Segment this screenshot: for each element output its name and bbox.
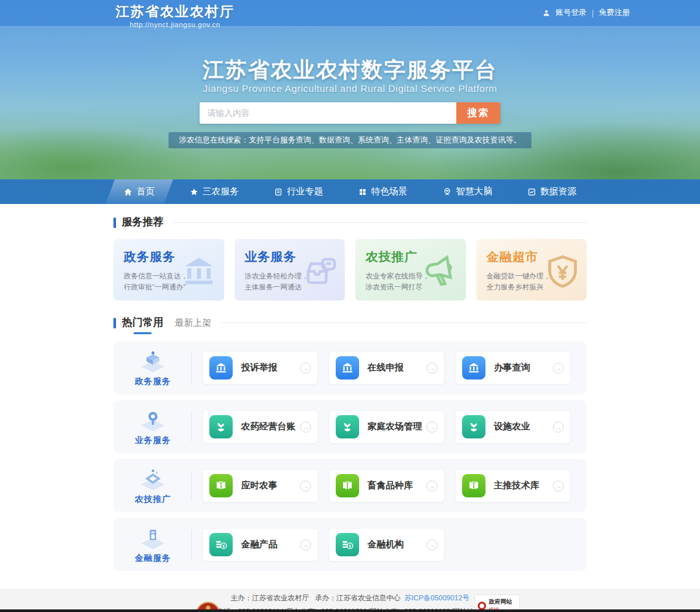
user-icon (542, 9, 550, 17)
service-card-financial-institutions[interactable]: 金融机构 → (329, 528, 445, 561)
topbar: 江苏省农业农村厅 http://nynct.jiangsu.gov.cn 账号登… (0, 0, 700, 26)
platform-subtitle: Jiangsu Province Agricultural and Rural … (0, 83, 700, 94)
tab-hot-common[interactable]: 热门常用 (122, 316, 163, 330)
main-content: 服务推荐 政务服务 政务信息一站直达， 行政审批“一网通办” 业务服务 (113, 204, 587, 571)
login-link[interactable]: 账号登录 (555, 7, 587, 18)
arrow-icon: → (553, 481, 564, 492)
service-card-label: 主推技术库 (494, 480, 539, 492)
service-card-label: 农药经营台账 (241, 421, 296, 433)
tab-newly-added[interactable]: 最新上架 (175, 317, 211, 329)
account-area: 账号登录 | 免费注册 (542, 7, 630, 18)
divider (191, 353, 192, 383)
footer: 主办：江苏省农业农村厅 承办：江苏省农业信息中心 苏ICP备05009012号 … (0, 589, 700, 612)
service-row-finance: 金融服务 金融产品 → 金融机构 → (113, 518, 587, 571)
search-hint: 涉农信息在线搜索：支持平台服务查询、数据查询、系统查询、主体查询、证照查询及农技… (169, 132, 531, 148)
recommend-card-gov-services[interactable]: 政务服务 政务信息一站直达， 行政审批“一网通办” (113, 239, 224, 300)
service-card-label: 家庭农场管理 (368, 421, 422, 433)
section-divider (174, 222, 587, 223)
service-card-label: 设施农业 (494, 421, 530, 433)
nav-label: 智慧大脑 (456, 186, 493, 198)
arrow-icon: → (426, 539, 438, 550)
bank-icon (179, 253, 219, 292)
service-card-pesticide-ledger[interactable]: 农药经营台账 → (202, 410, 318, 444)
arrow-icon: → (300, 481, 311, 492)
service-card-label: 畜禽品种库 (368, 480, 413, 492)
category-block: 金融服务 (119, 526, 187, 564)
nav-item-home[interactable]: 首页 (106, 179, 172, 204)
platform-title: 江苏省农业农村数字服务平台 (0, 56, 700, 85)
booklet-icon (274, 188, 283, 196)
book-icon (462, 474, 485, 497)
service-card-label: 应时农事 (241, 480, 277, 492)
category-block: 政务服务 (119, 349, 187, 387)
nav-label: 首页 (137, 186, 155, 198)
nav-item-industry-topics[interactable]: 行业专题 (257, 179, 341, 204)
service-card-label: 投诉举报 (241, 362, 277, 374)
search-bar: 搜索 (200, 102, 500, 124)
service-card-online-declaration[interactable]: 在线申报 → (329, 351, 445, 385)
hero-banner: 江苏省农业农村厅 http://nynct.jiangsu.gov.cn 账号登… (0, 0, 700, 204)
bank-icon (209, 356, 233, 380)
section-title: 服务推荐 (122, 216, 163, 229)
service-row-business: 业务服务 农药经营台账 → 家庭农场管理 → (113, 400, 587, 453)
recommend-card-agritech-promotion[interactable]: 农技推广 农业专家在线指导， 涉农资讯一网打尽 (355, 239, 466, 300)
search-button[interactable]: 搜索 (456, 102, 500, 124)
home-icon (124, 188, 132, 196)
nav-label: 三农服务 (203, 186, 239, 198)
nav-item-smart-brain[interactable]: 智慧大脑 (425, 179, 510, 204)
section-accent-bar (113, 318, 116, 328)
arrow-icon: → (300, 363, 311, 374)
page: 江苏省农业农村厅 http://nynct.jiangsu.gov.cn 账号登… (0, 0, 700, 612)
sprout-icon (336, 415, 359, 438)
arrow-icon: → (300, 422, 311, 433)
book-icon (209, 474, 233, 497)
register-link[interactable]: 免费注册 (599, 7, 630, 18)
inbox-icon (301, 253, 340, 292)
service-card-complaint-report[interactable]: 投诉举报 → (202, 351, 318, 385)
service-card-family-farm[interactable]: 家庭农场管理 → (329, 410, 445, 444)
nav-item-sannong-services[interactable]: 三农服务 (172, 179, 257, 204)
finance-icon (209, 533, 233, 556)
divider (191, 471, 192, 501)
search-input[interactable] (200, 102, 456, 124)
recommend-card-business-services[interactable]: 业务服务 涉农业务轻松办理， 主体服务一网通达 (235, 239, 345, 300)
gov-badge-icon (478, 602, 486, 610)
footer-line1: 主办：江苏省农业农村厅 承办：江苏省农业信息中心 苏ICP备05009012号 (0, 593, 700, 603)
footer-organizer: 承办：江苏省农业信息中心 (315, 594, 401, 602)
category-3d-icon (137, 349, 169, 375)
megaphone-icon (421, 253, 461, 293)
service-card-affairs-inquiry[interactable]: 办事查询 → (455, 351, 571, 385)
hot-section: 热门常用 最新上架 政务服务 投诉举报 → (113, 316, 587, 571)
category-block: 农技推广 (119, 467, 187, 505)
service-row-agritech: 农技推广 应时农事 → 畜禽品种库 → (113, 459, 587, 512)
sprout-icon (209, 415, 233, 438)
service-row-gov: 政务服务 投诉举报 → 在线申报 → (113, 341, 587, 394)
brain-icon (443, 187, 452, 196)
nav-item-featured-scenes[interactable]: 特色场景 (341, 179, 425, 204)
service-card-label: 办事查询 (494, 362, 530, 374)
nav-label: 特色场景 (371, 186, 408, 198)
nav-label: 数据资源 (541, 186, 577, 198)
service-card-seasonal-farming[interactable]: 应时农事 → (202, 469, 318, 503)
icp-link[interactable]: 苏ICP备05009012号 (404, 594, 469, 602)
service-card-livestock-breed-db[interactable]: 畜禽品种库 → (329, 469, 445, 503)
site-logo-title: 江苏省农业农村厅 (115, 3, 235, 21)
nav-label: 行业专题 (287, 186, 323, 198)
main-navigation: 首页 三农服务 行业专题 特色场景 智慧大脑 数据资源 (0, 179, 700, 204)
service-card-facility-agriculture[interactable]: 设施农业 → (455, 410, 571, 444)
topbar-separator: | (592, 8, 594, 17)
arrow-icon: → (426, 363, 438, 374)
finance-icon (336, 533, 359, 556)
site-logo: 江苏省农业农村厅 http://nynct.jiangsu.gov.cn (115, 3, 235, 28)
nav-item-data-resources[interactable]: 数据资源 (510, 179, 594, 204)
service-card-label: 金融产品 (241, 539, 277, 550)
recommend-card-finance-market[interactable]: 金融超市 金融贷款一键办理， 全力服务乡村振兴 (476, 239, 587, 300)
service-card-main-tech-db[interactable]: 主推技术库 → (455, 469, 571, 503)
arrow-icon: → (426, 422, 438, 433)
divider (191, 412, 192, 442)
category-3d-icon (137, 526, 169, 552)
gov-badge-title: 政府网站 (489, 598, 512, 606)
star-icon (190, 188, 198, 196)
service-card-financial-products[interactable]: 金融产品 → (202, 528, 318, 561)
gov-website-badge[interactable]: 政府网站 找错 (474, 595, 520, 612)
